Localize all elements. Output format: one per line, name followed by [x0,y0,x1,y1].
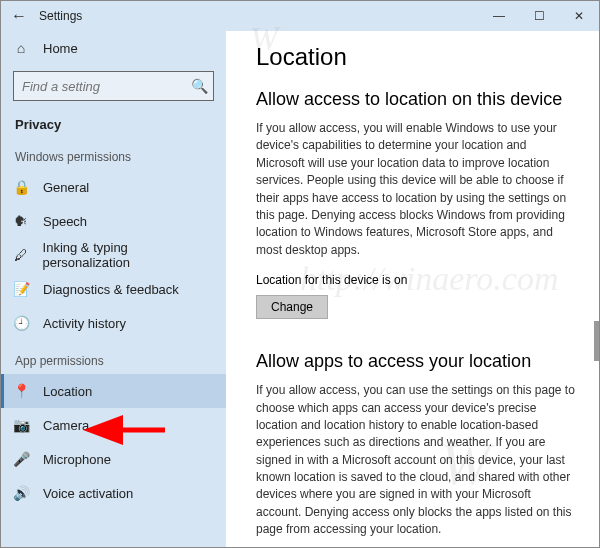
sidebar-item-home[interactable]: ⌂ Home [1,31,226,65]
section-body-app-access: If you allow access, you can use the set… [256,382,575,539]
lock-icon: 🔒 [13,179,29,195]
section-title-app-access: Allow apps to access your location [256,351,575,372]
minimize-button[interactable]: — [479,1,519,31]
search-input[interactable] [22,79,191,94]
pen-icon: 🖊 [13,247,29,263]
sidebar-item-label: Microphone [43,452,111,467]
sidebar-section-title: Privacy [1,111,226,136]
sidebar-item-voice-activation[interactable]: 🔊 Voice activation [1,476,226,510]
search-box[interactable]: 🔍 [13,71,214,101]
sidebar: ⌂ Home 🔍 Privacy Windows permissions 🔒 G… [1,31,226,547]
maximize-button[interactable]: ☐ [519,1,559,31]
sidebar-item-general[interactable]: 🔒 General [1,170,226,204]
speech-icon: 🗣 [13,213,29,229]
window-title: Settings [37,9,479,23]
sidebar-item-label: Voice activation [43,486,133,501]
close-button[interactable]: ✕ [559,1,599,31]
content-pane: Location Allow access to location on thi… [226,31,599,547]
sidebar-item-camera[interactable]: 📷 Camera [1,408,226,442]
camera-icon: 📷 [13,417,29,433]
sidebar-item-label: Activity history [43,316,126,331]
device-location-status: Location for this device is on [256,273,575,287]
history-icon: 🕘 [13,315,29,331]
sidebar-item-speech[interactable]: 🗣 Speech [1,204,226,238]
sidebar-item-location[interactable]: 📍 Location [1,374,226,408]
change-button[interactable]: Change [256,295,328,319]
scrollbar-thumb[interactable] [594,321,599,361]
sidebar-group-app-permissions: App permissions [1,340,226,374]
sidebar-item-activity-history[interactable]: 🕘 Activity history [1,306,226,340]
microphone-icon: 🎤 [13,451,29,467]
feedback-icon: 📝 [13,281,29,297]
page-title: Location [256,43,575,71]
home-icon: ⌂ [13,40,29,56]
location-icon: 📍 [13,383,29,399]
sidebar-item-label: Camera [43,418,89,433]
sidebar-item-inking[interactable]: 🖊 Inking & typing personalization [1,238,226,272]
section-title-device-access: Allow access to location on this device [256,89,575,110]
sidebar-item-label: Location [43,384,92,399]
sidebar-item-label: General [43,180,89,195]
sidebar-group-windows-permissions: Windows permissions [1,136,226,170]
search-icon: 🔍 [191,78,208,94]
sidebar-item-label: Home [43,41,78,56]
sidebar-item-label: Inking & typing personalization [43,240,214,270]
section-body-device-access: If you allow access, you will enable Win… [256,120,575,259]
sidebar-item-diagnostics[interactable]: 📝 Diagnostics & feedback [1,272,226,306]
titlebar: ← Settings — ☐ ✕ [1,1,599,31]
back-button[interactable]: ← [1,7,37,25]
sidebar-item-label: Diagnostics & feedback [43,282,179,297]
sidebar-item-microphone[interactable]: 🎤 Microphone [1,442,226,476]
voice-icon: 🔊 [13,485,29,501]
sidebar-item-label: Speech [43,214,87,229]
